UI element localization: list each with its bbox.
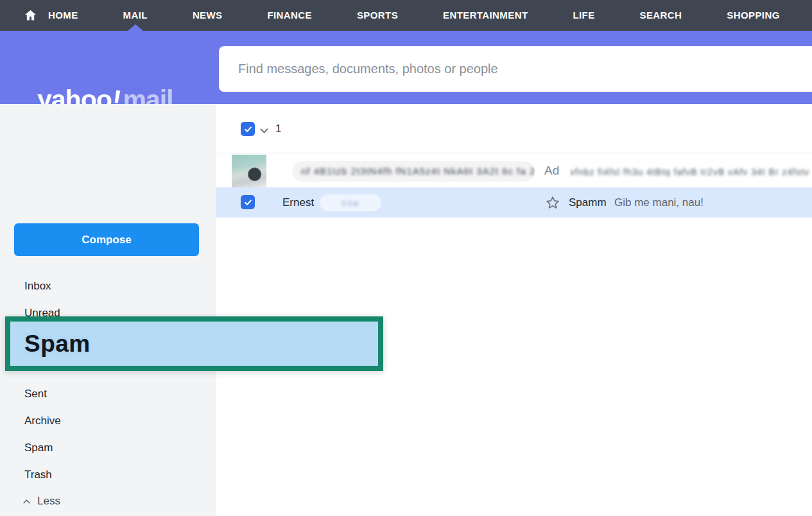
nav-item-life[interactable]: LIFE bbox=[573, 0, 594, 31]
nav-item-search[interactable]: SEARCH bbox=[640, 0, 682, 31]
sidebar-item-sent[interactable]: Sent bbox=[24, 381, 61, 408]
sidebar-item-spam[interactable]: Spam bbox=[24, 434, 61, 461]
less-toggle[interactable]: Less bbox=[22, 488, 60, 515]
nav-item-shopping[interactable]: SHOPPING bbox=[727, 0, 779, 31]
blurred-text: trzw bbox=[341, 198, 359, 208]
sidebar-item-inbox[interactable]: Inbox bbox=[24, 273, 61, 300]
chevron-up-icon bbox=[22, 497, 31, 506]
ad-title-blurred: nf 4B1tzb 2t3tN4fh fN1A5z4t NkA6t 3A2t 6… bbox=[292, 161, 535, 182]
email-snippet: Gib me mani, nau! bbox=[614, 187, 704, 218]
sidebar-item-trash[interactable]: Trash bbox=[24, 461, 61, 488]
nav-item-home[interactable]: HOME bbox=[48, 0, 78, 31]
nav-item-entertainment[interactable]: ENTERTAINMENT bbox=[443, 0, 528, 31]
home-icon[interactable] bbox=[24, 8, 37, 22]
email-subject: Spamm bbox=[569, 187, 607, 218]
nav-item-finance[interactable]: FINANCE bbox=[267, 0, 311, 31]
ad-tail-blurred: vfnbz fi4fsl fh3u 4tBtq fafvB tr2vB vAfv… bbox=[570, 164, 812, 180]
active-tab-indicator bbox=[128, 24, 143, 31]
spam-highlight-overlay[interactable]: Spam bbox=[5, 316, 383, 371]
search-input[interactable] bbox=[219, 46, 812, 92]
folder-list: Inbox Unread Starred Drafts Sent Archive… bbox=[24, 273, 61, 488]
less-label: Less bbox=[37, 495, 60, 508]
ad-badge: Ad bbox=[544, 162, 559, 180]
checkmark-icon bbox=[243, 125, 253, 134]
ad-thumbnail-image bbox=[232, 155, 266, 187]
sidebar-item-archive[interactable]: Archive bbox=[24, 408, 61, 434]
top-navigation: HOME MAIL NEWS FINANCE SPORTS ENTERTAINM… bbox=[0, 0, 812, 31]
star-icon[interactable] bbox=[545, 195, 560, 211]
selected-count: 1 bbox=[275, 122, 281, 136]
checkmark-icon bbox=[243, 198, 253, 207]
email-badge-blurred: trzw bbox=[320, 194, 381, 211]
spam-highlight-label: Spam bbox=[10, 322, 378, 366]
email-sender: Ernest bbox=[282, 187, 314, 218]
nav-item-mail[interactable]: MAIL bbox=[123, 0, 148, 31]
ad-row[interactable]: nf 4B1tzb 2t3tN4fh fN1A5z4t NkA6t 3A2t 6… bbox=[217, 153, 812, 187]
email-checkbox[interactable] bbox=[241, 195, 255, 209]
blurred-text: nf 4B1tzb 2t3tN4fh fN1A5z4t NkA6t 3A2t 6… bbox=[301, 166, 535, 176]
select-all-checkbox[interactable] bbox=[241, 122, 255, 136]
blurred-text: vfnbz fi4fsl fh3u 4tBtq fafvB tr2vB vAfv… bbox=[570, 167, 809, 177]
select-dropdown-chevron-icon[interactable] bbox=[258, 125, 270, 137]
nav-item-sports[interactable]: SPORTS bbox=[357, 0, 398, 31]
sidebar: Compose Inbox Unread Starred Drafts Sent… bbox=[0, 104, 216, 516]
nav-item-news[interactable]: NEWS bbox=[193, 0, 223, 31]
compose-button[interactable]: Compose bbox=[14, 223, 199, 256]
nav-item-mail-label: MAIL bbox=[123, 10, 148, 21]
